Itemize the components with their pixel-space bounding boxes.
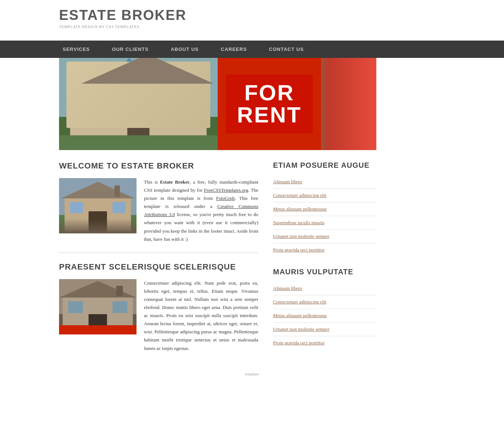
svg-rect-28 — [116, 286, 123, 296]
sidebar-link-2-3[interactable]: Metus aliquam pellentesque — [273, 309, 376, 323]
welcome-heading: WELCOME TO ESTATE BROKER — [59, 161, 258, 171]
svg-rect-8 — [124, 58, 134, 69]
sidebar-link-1-3[interactable]: Metus aliquam pellentesque — [273, 202, 376, 216]
hero-for-rent-sign: FOR RENT — [218, 58, 321, 150]
welcome-block: This is Estate Broker, a free, fully sta… — [59, 178, 258, 243]
second-block: Consectetuer adipiscing elit. Nam pede e… — [59, 279, 258, 353]
sidebar-section-2: MAURIS VULPUTATE Aliquam libero Consecte… — [273, 268, 376, 350]
creative-commons-link[interactable]: Creative Commons Attributions 3.0 — [144, 204, 258, 217]
nav-item-careers[interactable]: CAREERS — [210, 41, 258, 58]
welcome-text: This is Estate Broker, a free, fully sta… — [144, 178, 258, 243]
brand-name: Estate Broker — [160, 179, 190, 185]
sidebar-link-2-2[interactable]: Consectetuer adipiscing elit — [273, 295, 376, 309]
fotograph-link[interactable]: FotoGrph — [216, 195, 235, 201]
svg-rect-26 — [68, 301, 83, 313]
house-image-2 — [59, 279, 137, 334]
svg-point-11 — [127, 121, 149, 132]
section-divider — [59, 253, 258, 253]
footer-note: template — [59, 368, 445, 378]
svg-rect-4 — [173, 65, 183, 84]
freecss-link[interactable]: FreeCSSTemplates.org — [204, 187, 248, 193]
svg-marker-3 — [66, 62, 210, 91]
sidebar-link-1-1[interactable]: Aliquam libero — [273, 175, 376, 189]
sidebar-link-2-1[interactable]: Aliquam libero — [273, 282, 376, 295]
hero-house-image — [59, 58, 218, 150]
hero-sign-for: FOR — [237, 82, 301, 104]
template-label: template — [245, 372, 259, 376]
svg-rect-6 — [120, 98, 138, 115]
sidebar-link-2-4[interactable]: Urnanet non molestie semper — [273, 323, 376, 336]
navigation: SERVICES OUR CLIENTS ABOUT US CAREERS CO… — [0, 41, 504, 58]
svg-rect-20 — [114, 185, 120, 197]
svg-rect-27 — [113, 301, 127, 313]
house-image-1 — [59, 178, 137, 233]
site-subtitle: TEMPLATE DESIGN BY CSS TEMPLATES — [59, 25, 445, 29]
hero-sign-rent: RENT — [237, 104, 301, 126]
nav-item-about-us[interactable]: ABOUT US — [160, 41, 210, 58]
sidebar-heading-1: ETIAM POSUERE AUGUE — [273, 161, 376, 170]
sidebar-link-1-5[interactable]: Urnanet non molestie semper — [273, 230, 376, 243]
sidebar: ETIAM POSUERE AUGUE Aliquam libero Conse… — [273, 161, 376, 361]
second-text: Consectetuer adipiscing elit. Nam pede e… — [144, 279, 258, 353]
hero-banner: FOR RENT — [59, 58, 376, 150]
sidebar-section-1: ETIAM POSUERE AUGUE Aliquam libero Conse… — [273, 161, 376, 257]
svg-rect-19 — [113, 202, 125, 213]
content-area: WELCOME TO ESTATE BROKER This is Estate … — [59, 161, 258, 361]
svg-rect-18 — [70, 202, 83, 213]
sidebar-link-1-2[interactable]: Consectetuer adipiscing elit — [273, 189, 376, 202]
nav-item-services[interactable]: SERVICES — [59, 41, 101, 58]
sidebar-link-1-6[interactable]: Proin gravida orci porttitor — [273, 243, 376, 257]
site-title: ESTATE BROKER — [59, 7, 445, 23]
sidebar-heading-2: MAURIS VULPUTATE — [273, 268, 376, 276]
sidebar-link-1-4[interactable]: Suspendisse iaculis mauris — [273, 216, 376, 230]
red-bar — [59, 327, 137, 334]
header: ESTATE BROKER TEMPLATE DESIGN BY CSS TEM… — [0, 0, 504, 41]
svg-rect-5 — [81, 98, 100, 115]
svg-rect-12 — [59, 135, 218, 150]
main-content: WELCOME TO ESTATE BROKER This is Estate … — [59, 150, 445, 361]
second-heading: PRAESENT SCELERISQUE SCELERISQUE — [59, 262, 258, 272]
svg-rect-7 — [164, 98, 183, 115]
svg-rect-9 — [135, 58, 145, 69]
nav-item-our-clients[interactable]: OUR CLIENTS — [101, 41, 160, 58]
svg-rect-17 — [89, 211, 107, 232]
nav-item-contact-us[interactable]: CONTACT US — [258, 41, 315, 58]
sidebar-link-2-5[interactable]: Proin gravida orci porttitor — [273, 336, 376, 350]
